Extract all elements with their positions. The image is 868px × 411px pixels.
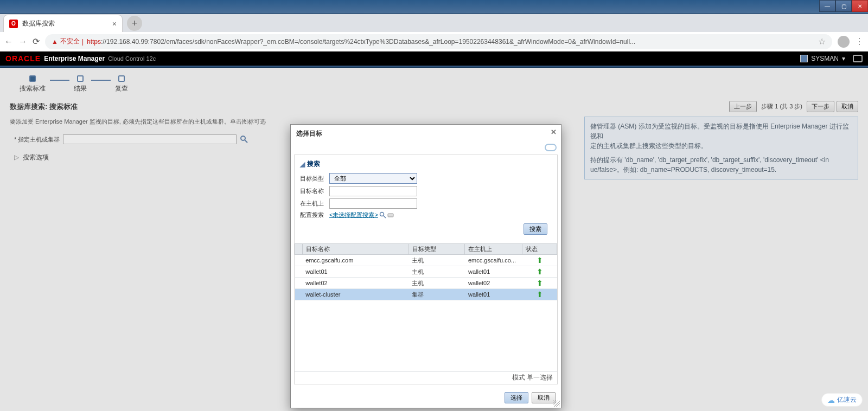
browser-tab[interactable]: 数据库搜索 × [3,15,123,32]
target-name-input[interactable] [329,186,417,196]
forward-button[interactable]: → [18,37,27,47]
tab-title: 数据库搜索 [22,19,108,28]
select-target-dialog: 选择目标 ✕ ◢ 搜索 目标类型 全部 目标名称 [290,124,561,408]
resize-grip-icon[interactable] [553,400,560,407]
window-minimize-button[interactable]: — [819,0,835,12]
insecure-badge: ▲ 不安全 | [52,37,84,46]
back-button[interactable]: ← [4,37,13,47]
results-table: 目标名称 目标类型 在主机上 状态 emcc.gscaifu.com主机emcc… [295,243,557,300]
chevron-down-icon: ▾ [842,55,845,62]
oracle-logo: ORACLE [5,54,41,63]
dialog-footer: 选择 取消 [291,388,561,408]
eraser-icon[interactable] [387,211,394,219]
search-button[interactable]: 搜索 [524,223,547,235]
favicon-icon [9,20,18,28]
table-row[interactable]: emcc.gscaifu.com主机emcc.gscaifu.co...⬆ [295,255,557,266]
user-icon [800,55,808,62]
on-host-label: 在主机上 [300,200,328,208]
search-icon[interactable] [379,211,387,219]
profile-avatar-icon[interactable] [838,36,850,48]
target-type-label: 目标类型 [300,175,328,183]
window-close-button[interactable]: ✕ [852,0,868,12]
browser-tab-strip: 数据库搜索 × + [0,14,868,32]
table-row[interactable]: wallet01主机wallet01⬆ [295,266,557,278]
search-panel: ◢ 搜索 目标类型 全部 目标名称 在主机上 配置搜索 <未选择配置搜索 [295,155,557,243]
col-type[interactable]: 目标类型 [409,244,465,255]
svg-rect-4 [388,214,393,217]
window-controls: — ▢ ✕ [819,0,868,12]
reload-button[interactable]: ⟳ [33,36,40,47]
dialog-close-icon[interactable]: ✕ [551,128,557,136]
detach-icon[interactable] [545,144,557,151]
app-header: ORACLE Enterprise Manager Cloud Control … [0,52,868,66]
status-up-icon: ⬆ [526,267,554,276]
col-host[interactable]: 在主机上 [465,244,522,255]
select-button[interactable]: 选择 [505,392,528,403]
browser-toolbar: ← → ⟳ ▲ 不安全 | https://192.168.40.99:7802… [0,32,868,52]
window-maximize-button[interactable]: ▢ [835,0,852,12]
config-search-label: 配置搜索 [300,211,328,219]
mode-row: 模式 单一选择 [295,371,557,384]
cloud-icon: ☁ [827,396,835,404]
menu-icon[interactable]: ⋮ [855,36,864,47]
svg-point-2 [380,212,384,216]
app-title: Enterprise Manager [44,55,105,62]
table-row[interactable]: wallet02主机wallet02⬆ [295,278,557,289]
bookmark-star-icon[interactable]: ☆ [818,36,826,47]
dialog-cancel-button[interactable]: 取消 [532,392,556,403]
app-subtitle: Cloud Control 12c [108,55,156,62]
address-bar[interactable]: ▲ 不安全 | https://192.168.40.99:7802/em/fa… [45,34,832,49]
on-host-input[interactable] [329,198,417,209]
status-up-icon: ⬆ [526,290,554,299]
disclosure-triangle-icon: ◢ [300,160,305,168]
content-area: 搜索标准 结果 复查 数据库搜索: 搜索标准 上一步 步骤 1 (共 3 步) … [0,68,868,411]
target-name-label: 目标名称 [300,187,328,195]
status-up-icon: ⬆ [526,279,554,287]
search-header[interactable]: ◢ 搜索 [300,159,552,169]
watermark: ☁ 亿速云 [821,393,863,407]
tab-close-icon[interactable]: × [112,20,117,28]
username: SYSMAN [811,55,839,62]
accessibility-icon[interactable] [853,55,863,62]
config-search-link[interactable]: <未选择配置搜索> [329,211,378,219]
new-tab-button[interactable]: + [127,16,142,31]
url-text: https://192.168.40.99:7802/em/faces/sdk/… [87,38,635,46]
target-type-select[interactable]: 全部 [329,173,417,184]
col-name[interactable]: 目标名称 [302,244,409,255]
user-menu[interactable]: SYSMAN ▾ [800,55,845,62]
status-up-icon: ⬆ [526,256,554,265]
os-window-titlebar: — ▢ ✕ [0,0,868,14]
svg-line-3 [384,216,386,218]
col-status[interactable]: 状态 [522,244,557,255]
dialog-toolbar [291,143,561,152]
dialog-title: 选择目标 ✕ [291,125,561,143]
table-row[interactable]: wallet-cluster集群wallet01⬆ [295,289,557,300]
